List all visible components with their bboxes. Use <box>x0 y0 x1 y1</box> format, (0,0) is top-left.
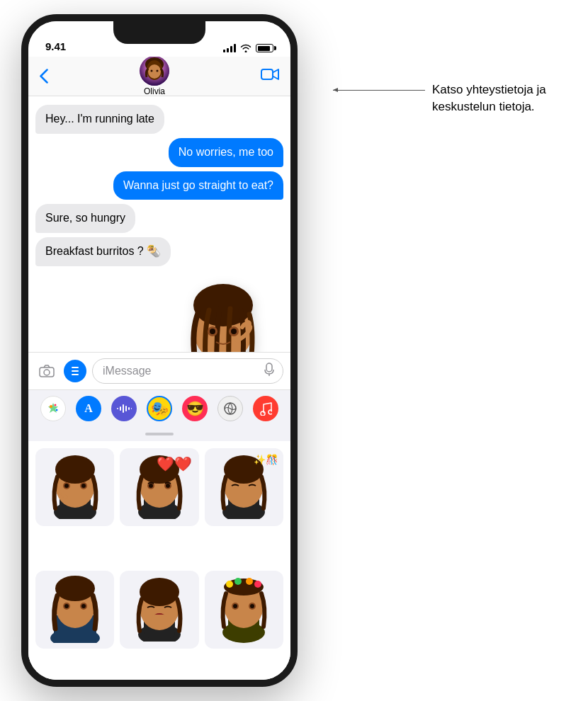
wifi-icon <box>240 44 251 52</box>
camera-button[interactable] <box>35 360 58 382</box>
nav-bar: Olivia <box>28 57 290 96</box>
message-row: Wanna just go straight to eat? <box>35 171 283 200</box>
audio-button[interactable] <box>111 396 137 421</box>
input-area: iMessage <box>28 352 290 389</box>
notch <box>113 21 205 44</box>
status-time: 9.41 <box>45 40 66 52</box>
memoji-icon: 🎭 <box>151 400 169 417</box>
message-row: Sure, so hungry <box>35 204 283 233</box>
annotation: Katso yhteystietoja ja keskustelun tieto… <box>432 81 574 115</box>
contact-avatar <box>140 56 169 86</box>
sticker-item[interactable]: ✨🎊 <box>205 448 283 526</box>
svg-rect-25 <box>117 408 118 409</box>
svg-rect-28 <box>125 406 127 411</box>
sticker-grid: ❤️❤️ ✨🎊 <box>28 441 290 687</box>
stickers-button[interactable]: 😎 <box>182 396 208 421</box>
svg-point-51 <box>166 484 170 488</box>
memoji-svg <box>170 273 276 352</box>
message-row: Breakfast burritos ? 🌯 <box>35 237 283 266</box>
svg-point-81 <box>254 581 261 588</box>
svg-point-23 <box>55 404 57 406</box>
svg-rect-29 <box>128 407 130 410</box>
memoji-button[interactable]: 🎭 <box>147 396 172 421</box>
svg-point-50 <box>149 484 153 488</box>
svg-point-14 <box>210 329 215 334</box>
svg-point-33 <box>268 410 272 414</box>
svg-point-79 <box>234 578 242 585</box>
strip-handle-area <box>28 427 290 441</box>
phone-frame: 9.41 <box>21 14 298 687</box>
svg-point-18 <box>44 370 50 375</box>
message-bubble: Wanna just go straight to eat? <box>113 171 283 200</box>
messages-area[interactable]: Hey... I'm running late No worries, me t… <box>28 96 290 352</box>
sticker-item[interactable]: ❤️❤️ <box>120 448 198 526</box>
apps-button[interactable] <box>64 360 86 382</box>
svg-point-41 <box>64 484 69 488</box>
stickers-icon: 😎 <box>186 400 204 417</box>
svg-point-78 <box>226 581 233 588</box>
hearts-overlay: ❤️❤️ <box>157 455 192 472</box>
svg-point-15 <box>231 329 237 334</box>
svg-rect-30 <box>131 408 132 409</box>
status-icons <box>223 44 273 52</box>
sticker-item[interactable] <box>35 448 114 526</box>
svg-point-42 <box>81 484 86 488</box>
svg-point-65 <box>81 604 86 608</box>
phone-content: Hey... I'm running late No worries, me t… <box>28 96 290 687</box>
svg-point-5 <box>157 70 159 72</box>
message-bubble: Hey... I'm running late <box>35 105 164 134</box>
sticker-item[interactable] <box>35 571 114 649</box>
svg-rect-27 <box>123 404 124 413</box>
music-button[interactable] <box>253 396 278 421</box>
strip-handle <box>145 433 174 435</box>
video-call-button[interactable] <box>261 68 279 84</box>
svg-point-80 <box>246 578 253 585</box>
page-container: 9.41 <box>0 0 588 701</box>
appstore-button[interactable]: A <box>76 396 101 421</box>
svg-point-4 <box>151 70 153 72</box>
appstore-label: A <box>84 402 93 415</box>
svg-rect-6 <box>261 69 273 79</box>
back-button[interactable] <box>40 69 48 84</box>
message-row: Hey... I'm running late <box>35 105 283 134</box>
svg-point-61 <box>55 576 95 601</box>
svg-point-38 <box>55 455 95 484</box>
photos-app-button[interactable] <box>40 396 66 421</box>
contact-name: Olivia <box>144 86 165 96</box>
svg-point-70 <box>140 578 179 606</box>
svg-point-3 <box>148 64 161 79</box>
message-row: No worries, me too <box>35 138 283 167</box>
sticker-item[interactable] <box>120 571 198 649</box>
svg-rect-19 <box>266 363 272 372</box>
svg-point-16 <box>244 320 251 327</box>
svg-point-32 <box>261 411 265 416</box>
confetti-overlay: ✨🎊 <box>254 454 278 465</box>
breakfast-burritos-bubble: Breakfast burritos ? 🌯 <box>35 237 171 266</box>
mic-icon[interactable] <box>264 363 274 380</box>
app-strip: A 🎭 <box>28 389 290 427</box>
signal-icon <box>223 44 236 52</box>
battery-icon <box>256 44 273 52</box>
svg-point-85 <box>250 604 254 608</box>
svg-point-84 <box>233 604 237 608</box>
message-bubble: Sure, so hungry <box>35 204 135 233</box>
contact-info[interactable]: Olivia <box>140 56 169 96</box>
svg-rect-26 <box>120 406 121 411</box>
avatar-svg <box>140 56 169 86</box>
memoji-sticker <box>35 273 283 352</box>
svg-point-22 <box>50 405 52 408</box>
memoji-image <box>170 273 276 352</box>
input-placeholder: iMessage <box>103 365 151 377</box>
sticker-item[interactable] <box>205 571 283 649</box>
annotation-text: Katso yhteystietoja ja keskustelun tieto… <box>432 83 546 113</box>
message-input[interactable]: iMessage <box>92 358 283 384</box>
annotation-line <box>333 90 425 91</box>
search-button[interactable] <box>217 396 243 421</box>
svg-point-64 <box>64 604 69 608</box>
svg-point-24 <box>56 409 58 411</box>
message-bubble: No worries, me too <box>169 138 283 167</box>
svg-rect-72 <box>151 615 168 623</box>
